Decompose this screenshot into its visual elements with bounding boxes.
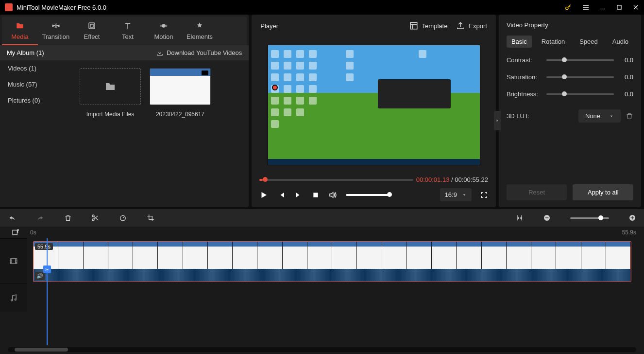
svg-rect-18 (10, 258, 17, 264)
prop-tab-audio[interactable]: Audio (608, 35, 633, 48)
upgrade-key-icon[interactable] (564, 3, 572, 11)
contrast-slider[interactable] (546, 59, 614, 61)
tab-media[interactable]: Media (2, 17, 38, 45)
preview-area (252, 37, 496, 173)
ruler-start: 0s (30, 229, 622, 236)
tab-effect[interactable]: Effect (74, 17, 110, 45)
sidebar-item-myalbum[interactable]: My Album (1) (7, 49, 44, 56)
lut-delete-icon[interactable] (626, 112, 633, 120)
prop-tab-rotation[interactable]: Rotation (537, 35, 570, 48)
saturation-row: Saturation: 0.0 (507, 73, 633, 81)
export-button[interactable]: Export (456, 21, 487, 30)
stop-button[interactable] (312, 191, 320, 199)
contrast-value: 0.0 (619, 56, 633, 64)
current-time: 00:00:01.13 (416, 176, 450, 183)
seek-slider[interactable] (259, 179, 413, 181)
main-tabstrip: Media Transition Effect Text Motion Elem… (2, 17, 247, 45)
collapse-handle[interactable] (494, 111, 501, 130)
recorder-overlay (378, 79, 451, 108)
tab-text[interactable]: Text (110, 17, 146, 45)
tab-transition-label: Transition (42, 33, 70, 40)
playhead-split-icon[interactable]: ✂ (43, 266, 51, 273)
svg-rect-17 (13, 230, 17, 234)
fit-button[interactable] (516, 214, 524, 222)
zoom-out-button[interactable] (543, 214, 551, 222)
template-label: Template (422, 22, 448, 30)
svg-rect-1 (617, 5, 621, 9)
ruler-end: 55.9s (622, 229, 636, 236)
timeline-tracks[interactable]: ✂ 55.9s 🔊 (27, 238, 644, 345)
svg-point-20 (15, 299, 16, 300)
prev-frame-button[interactable] (277, 191, 286, 199)
volume-slider[interactable] (346, 194, 390, 196)
apply-all-button[interactable]: Apply to all (573, 184, 633, 200)
media-grid: Import Media Files 20230422_095617 (72, 60, 249, 207)
svg-rect-2 (89, 23, 95, 29)
preview-frame[interactable] (268, 45, 480, 165)
lut-select[interactable]: None (578, 109, 621, 123)
timeline-scrollbar[interactable] (8, 347, 636, 352)
media-clip-label: 20230422_095617 (150, 111, 211, 118)
close-icon[interactable] (632, 4, 639, 11)
aspect-ratio-select[interactable]: 16:9 (440, 188, 472, 201)
saturation-label: Saturation: (507, 73, 542, 81)
svg-point-6 (165, 25, 168, 27)
tab-elements[interactable]: Elements (182, 17, 218, 45)
sidebar-item-videos[interactable]: Videos (1) (0, 60, 72, 76)
svg-point-19 (11, 300, 13, 301)
split-button[interactable] (91, 214, 99, 222)
timeline-panel: 0s 55.9s ✂ 55.9s 🔊 (0, 209, 644, 354)
tab-motion-label: Motion (154, 33, 173, 40)
download-youtube-button[interactable]: Download YouTube Videos (156, 49, 242, 56)
lut-value: None (585, 112, 600, 120)
sidebar-item-music[interactable]: Music (57) (0, 76, 72, 92)
volume-icon[interactable] (328, 191, 337, 199)
undo-button[interactable] (8, 214, 17, 222)
maximize-icon[interactable] (616, 4, 623, 11)
menu-icon[interactable] (582, 3, 590, 11)
media-clip-card[interactable]: 20230422_095617 (150, 68, 211, 118)
timeline-ruler[interactable]: 0s 55.9s (0, 227, 644, 238)
reset-button[interactable]: Reset (507, 184, 567, 200)
prop-tab-speed[interactable]: Speed (575, 35, 603, 48)
media-sidebar: Videos (1) Music (57) Pictures (0) (0, 60, 72, 207)
saturation-slider[interactable] (546, 76, 614, 78)
svg-rect-3 (90, 24, 93, 27)
player-title: Player (260, 22, 400, 30)
import-media-label: Import Media Files (80, 111, 141, 118)
contrast-row: Contrast: 0.0 (507, 56, 633, 64)
prop-tab-basic[interactable]: Basic (507, 35, 532, 48)
template-button[interactable]: Template (409, 21, 448, 30)
audio-track-head[interactable] (0, 283, 27, 312)
redo-button[interactable] (36, 214, 45, 222)
brightness-slider[interactable] (546, 93, 614, 95)
sidebar-item-pictures[interactable]: Pictures (0) (0, 92, 72, 108)
crop-button[interactable] (147, 214, 154, 222)
album-header-row: My Album (1) Download YouTube Videos (0, 45, 249, 60)
svg-point-4 (162, 24, 166, 28)
zoom-in-button[interactable] (628, 214, 636, 222)
add-track-button[interactable] (12, 229, 19, 236)
tab-transition[interactable]: Transition (38, 17, 74, 45)
tab-motion[interactable]: Motion (146, 17, 182, 45)
playhead[interactable]: ✂ (47, 238, 48, 345)
lut-label: 3D LUT: (507, 112, 542, 120)
speed-button[interactable] (119, 214, 127, 222)
export-label: Export (469, 22, 487, 30)
play-button[interactable] (259, 191, 268, 199)
properties-panel: Video Property Basic Rotation Speed Audi… (499, 15, 641, 207)
import-media-card[interactable]: Import Media Files (80, 68, 141, 118)
next-frame-button[interactable] (294, 191, 303, 199)
fullscreen-button[interactable] (480, 191, 488, 199)
app-title: MiniTool MovieMaker Free 6.0.0 (17, 4, 564, 11)
svg-rect-7 (410, 22, 417, 29)
delete-button[interactable] (64, 214, 72, 222)
media-panel: Media Transition Effect Text Motion Elem… (0, 15, 249, 207)
download-youtube-label: Download YouTube Videos (167, 49, 242, 56)
minimize-icon[interactable] (599, 4, 606, 11)
video-clip[interactable]: 55.9s 🔊 (33, 241, 631, 282)
zoom-slider[interactable] (570, 217, 609, 219)
video-track-head[interactable] (0, 238, 27, 283)
title-bar: MiniTool MovieMaker Free 6.0.0 (0, 0, 644, 15)
brightness-label: Brightness: (507, 90, 542, 98)
